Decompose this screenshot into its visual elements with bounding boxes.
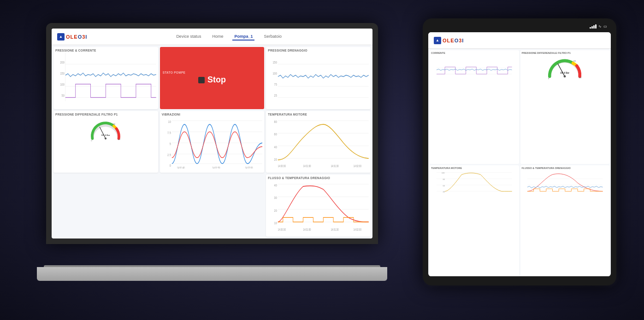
panel-pressione-differenziale: PRESSIONE DIFFERENZIALE FILTRO P1	[53, 111, 158, 173]
panel-vibrazioni: VIBRAZIONI 10 7.5 5	[160, 111, 265, 173]
tablet: ∿ ▭ OLEO3I	[423, 18, 616, 285]
chart-pressione-corrente: 200 150 100 50	[55, 53, 156, 105]
wifi-icon: ∿	[598, 24, 602, 29]
chart-flusso-temperatura: 40 30 20 10 14:00:30	[268, 180, 369, 233]
laptop-nav-tabs: Device status Home Pompa_1 Serbatoio	[174, 33, 284, 41]
chart-pressione-drenaggio: 150 100 75 25	[268, 53, 369, 105]
svg-text:14:01:30: 14:01:30	[331, 228, 339, 232]
tablet-gauge-wrapper: 0 120 130 101.6 Bar	[522, 55, 609, 81]
tab-home[interactable]: Home	[210, 33, 225, 41]
stop-label: Stop	[207, 75, 226, 85]
tablet-corrente-title: CORRENTE	[431, 52, 518, 54]
tablet-panel-pressione-diff: PRESSIONE DIFFERENZIALE FILTRO P1 0 120	[520, 50, 610, 164]
svg-text:80: 80	[274, 120, 277, 123]
scene: OLEO3I Device status Home Pompa_1 Serbat…	[0, 0, 644, 320]
tablet-bezel: ∿ ▭ OLEO3I	[423, 18, 616, 285]
svg-text:120: 120	[573, 60, 576, 62]
stop-icon	[198, 77, 205, 83]
laptop-dash-grid: PRESSIONE & CORRENTE	[52, 45, 372, 239]
laptop-base	[37, 267, 387, 281]
vibrazioni-title: VIBRAZIONI	[162, 113, 263, 116]
svg-text:130: 130	[118, 138, 121, 140]
svg-text:150: 150	[60, 71, 65, 75]
svg-text:150: 150	[273, 60, 277, 64]
tab-device-status[interactable]: Device status	[174, 33, 203, 41]
svg-text:40: 40	[443, 191, 445, 193]
svg-point-21	[105, 137, 106, 139]
tab-serbatoio[interactable]: Serbatoio	[262, 33, 284, 41]
svg-text:0: 0	[91, 140, 92, 141]
tablet-panel-temperatura-motore: TEMPERATURA MOTORE 100 80 60 40	[430, 165, 519, 276]
svg-text:10: 10	[168, 120, 171, 123]
chart-temperatura-motore: 80 60 40 20 14:00:30 14:01:00 14:01	[268, 117, 369, 169]
tablet-panel-flusso-drenaggio: FLUSSO & TEMPERATURA DRENAGGIO	[520, 165, 610, 276]
tab-pompa1[interactable]: Pompa_1	[232, 33, 254, 41]
svg-text:25: 25	[274, 93, 277, 97]
svg-text:50: 50	[62, 93, 65, 97]
chart-vibrazioni: 10 7.5 5 2.5 0	[162, 117, 263, 169]
laptop-dashboard: OLEO3I Device status Home Pompa_1 Serbat…	[52, 29, 372, 239]
svg-text:14:01:30: 14:01:30	[331, 164, 339, 168]
tablet-gauge: 0 120 130 101.6 Bar	[544, 55, 585, 81]
flusso-temp-title: FLUSSO & TEMPERATURA DRENAGGIO	[268, 176, 369, 180]
panel-pressione-corrente: PRESSIONE & CORRENTE	[53, 47, 158, 109]
tablet-chart-temp-motore: 100 80 60 40	[431, 170, 518, 193]
tablet-logo: OLEO3I	[434, 37, 464, 44]
svg-line-65	[558, 64, 565, 76]
svg-text:14:02:00: 14:02:00	[354, 228, 361, 232]
svg-text:60: 60	[274, 132, 277, 136]
svg-text:14:01:50: 14:01:50	[212, 166, 220, 169]
pressione-diff-title: PRESSIONE DIFFERENZIALE FILTRO P1	[55, 113, 156, 116]
laptop-logo: OLEO3I	[57, 33, 87, 41]
svg-text:14:01:00: 14:01:00	[303, 164, 311, 168]
gauge-container: 0 120 130 101.6 Bar	[55, 117, 156, 144]
svg-point-66	[564, 75, 566, 77]
panel-flusso-temperatura: FLUSSO & TEMPERATURA DRENAGGIO 40 30 2	[266, 175, 371, 237]
svg-text:120: 120	[113, 123, 116, 125]
svg-text:101.6 Bar: 101.6 Bar	[101, 134, 110, 136]
tablet-chart-flusso-drenaggio	[522, 170, 609, 193]
tablet-dash-grid: CORRENTE PRESS	[428, 49, 611, 276]
signal-icon	[590, 24, 597, 29]
logo-icon	[57, 33, 65, 41]
laptop: OLEO3I Device status Home Pompa_1 Serbat…	[37, 23, 387, 290]
svg-text:0: 0	[169, 163, 171, 167]
svg-text:30: 30	[274, 196, 277, 200]
svg-text:20: 20	[274, 209, 277, 212]
laptop-header: OLEO3I Device status Home Pompa_1 Serbat…	[52, 29, 372, 45]
svg-text:7.5: 7.5	[167, 131, 171, 134]
svg-text:14:01:40: 14:01:40	[177, 166, 184, 169]
tablet-status-bar: ∿ ▭	[432, 22, 607, 30]
panel-stato-pompe: STATO POMPE Stop	[160, 47, 265, 109]
temperatura-motore-title: TEMPERATURA MOTORE	[268, 113, 369, 116]
svg-text:20: 20	[274, 157, 277, 161]
svg-text:10: 10	[274, 221, 277, 225]
svg-text:14:00:30: 14:00:30	[278, 228, 286, 232]
svg-text:14:00:30: 14:00:30	[278, 164, 286, 168]
svg-text:100: 100	[60, 82, 65, 86]
svg-line-20	[100, 127, 106, 139]
battery-icon: ▭	[603, 24, 607, 29]
tablet-panel-corrente: CORRENTE	[430, 50, 519, 164]
tablet-screen: OLEO3I CORRENTE	[428, 32, 611, 276]
tablet-header: OLEO3I	[428, 32, 611, 49]
svg-text:14:02:00: 14:02:00	[245, 166, 253, 169]
laptop-screen: OLEO3I Device status Home Pompa_1 Serbat…	[52, 29, 372, 239]
logo-text: OLEO3I	[66, 34, 87, 40]
stop-button[interactable]: Stop	[198, 75, 226, 85]
stato-pompe-title: STATO POMPE	[163, 71, 186, 74]
tablet-temp-motore-title: TEMPERATURA MOTORE	[431, 167, 518, 169]
gauge-svg: 0 120 130 101.6 Bar	[87, 119, 124, 142]
pressione-drenaggio-title: PRESSIONE DRENAGGIO	[268, 49, 369, 52]
tablet-chart-corrente	[431, 55, 518, 78]
tablet-pressione-diff-title: PRESSIONE DIFFERENZIALE FILTRO P1	[522, 52, 609, 54]
svg-text:40: 40	[274, 183, 277, 187]
svg-text:40: 40	[274, 145, 277, 148]
svg-text:2.5: 2.5	[167, 153, 171, 157]
svg-text:80: 80	[443, 178, 445, 180]
svg-text:0: 0	[548, 77, 549, 80]
svg-text:60: 60	[443, 185, 445, 187]
svg-text:100: 100	[273, 71, 277, 75]
svg-text:14:01:00: 14:01:00	[303, 228, 311, 232]
svg-text:100: 100	[442, 172, 445, 174]
